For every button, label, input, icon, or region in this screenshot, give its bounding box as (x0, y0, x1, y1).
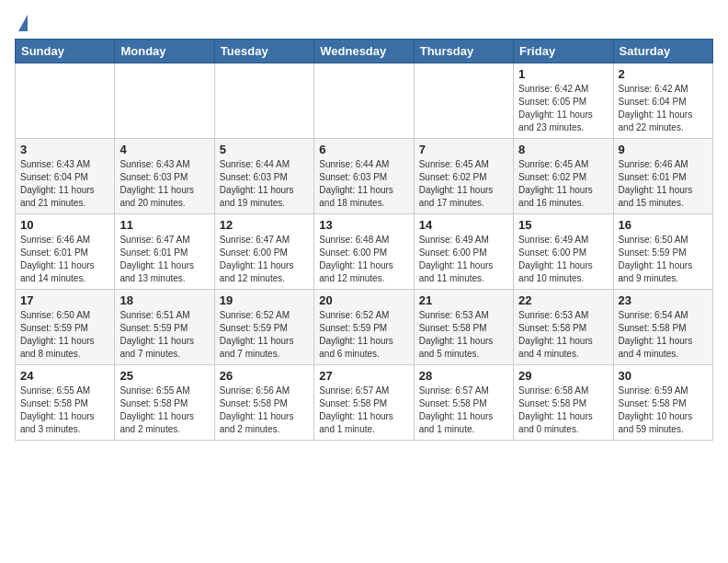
day-number: 6 (319, 143, 408, 156)
day-info: Sunrise: 6:47 AM Sunset: 6:01 PM Dayligh… (119, 234, 209, 285)
day-info: Sunrise: 6:43 AM Sunset: 6:04 PM Dayligh… (20, 158, 109, 210)
day-number: 23 (619, 293, 708, 307)
day-info: Sunrise: 6:49 AM Sunset: 6:00 PM Dayligh… (518, 234, 608, 285)
calendar-table: SundayMondayTuesdayWednesdayThursdayFrid… (15, 39, 713, 441)
day-number: 20 (319, 293, 408, 307)
day-info: Sunrise: 6:45 AM Sunset: 6:02 PM Dayligh… (518, 158, 608, 210)
day-number: 27 (319, 369, 408, 383)
day-number: 11 (119, 218, 209, 232)
calendar-cell: 19Sunrise: 6:52 AM Sunset: 5:59 PM Dayli… (214, 290, 313, 365)
day-info: Sunrise: 6:56 AM Sunset: 5:58 PM Dayligh… (220, 385, 309, 436)
day-info: Sunrise: 6:47 AM Sunset: 6:00 PM Dayligh… (220, 234, 309, 285)
day-info: Sunrise: 6:52 AM Sunset: 5:59 PM Dayligh… (220, 309, 309, 361)
day-info: Sunrise: 6:54 AM Sunset: 5:58 PM Dayligh… (619, 309, 708, 361)
day-number: 29 (518, 369, 608, 383)
day-number: 18 (119, 293, 209, 307)
calendar-cell (314, 63, 414, 139)
logo-triangle-icon (18, 15, 28, 31)
column-header-friday: Friday (514, 40, 613, 63)
day-number: 21 (419, 293, 508, 307)
calendar-cell: 3Sunrise: 6:43 AM Sunset: 6:04 PM Daylig… (16, 139, 115, 214)
calendar-week-row: 24Sunrise: 6:55 AM Sunset: 5:58 PM Dayli… (16, 365, 713, 441)
day-number: 4 (119, 143, 209, 156)
calendar-header-row: SundayMondayTuesdayWednesdayThursdayFrid… (16, 40, 713, 63)
calendar-cell: 13Sunrise: 6:48 AM Sunset: 6:00 PM Dayli… (314, 214, 414, 290)
day-number: 28 (419, 369, 508, 383)
column-header-thursday: Thursday (414, 40, 513, 63)
day-info: Sunrise: 6:42 AM Sunset: 6:04 PM Dayligh… (619, 83, 708, 134)
calendar-cell (214, 63, 313, 139)
day-info: Sunrise: 6:43 AM Sunset: 6:03 PM Dayligh… (119, 158, 209, 210)
day-info: Sunrise: 6:44 AM Sunset: 6:03 PM Dayligh… (220, 158, 309, 210)
calendar-cell (414, 63, 513, 139)
calendar-cell: 1Sunrise: 6:42 AM Sunset: 6:05 PM Daylig… (514, 63, 613, 139)
day-number: 13 (319, 218, 408, 232)
day-info: Sunrise: 6:46 AM Sunset: 6:01 PM Dayligh… (619, 158, 708, 210)
calendar-cell: 21Sunrise: 6:53 AM Sunset: 5:58 PM Dayli… (414, 290, 513, 365)
calendar-cell: 23Sunrise: 6:54 AM Sunset: 5:58 PM Dayli… (613, 290, 712, 365)
day-number: 26 (220, 369, 309, 383)
calendar-cell: 2Sunrise: 6:42 AM Sunset: 6:04 PM Daylig… (613, 63, 712, 139)
day-info: Sunrise: 6:59 AM Sunset: 5:58 PM Dayligh… (619, 385, 708, 436)
day-info: Sunrise: 6:49 AM Sunset: 6:00 PM Dayligh… (419, 234, 508, 285)
day-number: 30 (619, 369, 708, 383)
day-number: 15 (518, 218, 608, 232)
calendar-week-row: 10Sunrise: 6:46 AM Sunset: 6:01 PM Dayli… (16, 214, 713, 290)
column-header-wednesday: Wednesday (314, 40, 414, 63)
calendar-cell: 12Sunrise: 6:47 AM Sunset: 6:00 PM Dayli… (214, 214, 313, 290)
calendar-cell: 4Sunrise: 6:43 AM Sunset: 6:03 PM Daylig… (115, 139, 214, 214)
calendar-cell: 22Sunrise: 6:53 AM Sunset: 5:58 PM Dayli… (514, 290, 613, 365)
day-info: Sunrise: 6:52 AM Sunset: 5:59 PM Dayligh… (319, 309, 408, 361)
calendar-cell: 16Sunrise: 6:50 AM Sunset: 5:59 PM Dayli… (613, 214, 712, 290)
day-number: 3 (20, 143, 109, 156)
day-number: 10 (20, 218, 109, 232)
day-info: Sunrise: 6:58 AM Sunset: 5:58 PM Dayligh… (518, 385, 608, 436)
day-info: Sunrise: 6:46 AM Sunset: 6:01 PM Dayligh… (20, 234, 109, 285)
calendar-cell: 26Sunrise: 6:56 AM Sunset: 5:58 PM Dayli… (214, 365, 313, 441)
day-number: 16 (619, 218, 708, 232)
day-info: Sunrise: 6:50 AM Sunset: 5:59 PM Dayligh… (20, 309, 109, 361)
day-info: Sunrise: 6:42 AM Sunset: 6:05 PM Dayligh… (518, 83, 608, 134)
calendar-cell: 25Sunrise: 6:55 AM Sunset: 5:58 PM Dayli… (115, 365, 214, 441)
calendar-cell: 20Sunrise: 6:52 AM Sunset: 5:59 PM Dayli… (314, 290, 414, 365)
day-number: 12 (220, 218, 309, 232)
calendar-cell: 28Sunrise: 6:57 AM Sunset: 5:58 PM Dayli… (414, 365, 513, 441)
day-number: 19 (220, 293, 309, 307)
calendar-cell: 17Sunrise: 6:50 AM Sunset: 5:59 PM Dayli… (16, 290, 115, 365)
day-number: 2 (619, 67, 708, 81)
page-header (15, 15, 713, 31)
day-info: Sunrise: 6:55 AM Sunset: 5:58 PM Dayligh… (119, 385, 209, 436)
calendar-cell: 10Sunrise: 6:46 AM Sunset: 6:01 PM Dayli… (16, 214, 115, 290)
calendar-week-row: 1Sunrise: 6:42 AM Sunset: 6:05 PM Daylig… (16, 63, 713, 139)
column-header-saturday: Saturday (613, 40, 712, 63)
day-info: Sunrise: 6:53 AM Sunset: 5:58 PM Dayligh… (518, 309, 608, 361)
day-number: 22 (518, 293, 608, 307)
day-number: 24 (20, 369, 109, 383)
day-info: Sunrise: 6:57 AM Sunset: 5:58 PM Dayligh… (419, 385, 508, 436)
calendar-cell: 9Sunrise: 6:46 AM Sunset: 6:01 PM Daylig… (613, 139, 712, 214)
day-number: 1 (518, 67, 608, 81)
calendar-cell (16, 63, 115, 139)
day-number: 14 (419, 218, 508, 232)
calendar-cell: 8Sunrise: 6:45 AM Sunset: 6:02 PM Daylig… (514, 139, 613, 214)
day-info: Sunrise: 6:44 AM Sunset: 6:03 PM Dayligh… (319, 158, 408, 210)
day-info: Sunrise: 6:45 AM Sunset: 6:02 PM Dayligh… (419, 158, 508, 210)
column-header-tuesday: Tuesday (214, 40, 313, 63)
calendar-cell: 14Sunrise: 6:49 AM Sunset: 6:00 PM Dayli… (414, 214, 513, 290)
calendar-cell: 11Sunrise: 6:47 AM Sunset: 6:01 PM Dayli… (115, 214, 214, 290)
calendar-cell: 15Sunrise: 6:49 AM Sunset: 6:00 PM Dayli… (514, 214, 613, 290)
day-number: 9 (619, 143, 708, 156)
day-info: Sunrise: 6:57 AM Sunset: 5:58 PM Dayligh… (319, 385, 408, 436)
day-info: Sunrise: 6:55 AM Sunset: 5:58 PM Dayligh… (20, 385, 109, 436)
day-info: Sunrise: 6:50 AM Sunset: 5:59 PM Dayligh… (619, 234, 708, 285)
day-number: 8 (518, 143, 608, 156)
calendar-cell: 6Sunrise: 6:44 AM Sunset: 6:03 PM Daylig… (314, 139, 414, 214)
day-info: Sunrise: 6:53 AM Sunset: 5:58 PM Dayligh… (419, 309, 508, 361)
calendar-cell: 30Sunrise: 6:59 AM Sunset: 5:58 PM Dayli… (613, 365, 712, 441)
calendar-cell: 18Sunrise: 6:51 AM Sunset: 5:59 PM Dayli… (115, 290, 214, 365)
day-info: Sunrise: 6:51 AM Sunset: 5:59 PM Dayligh… (119, 309, 209, 361)
calendar-cell (115, 63, 214, 139)
day-number: 25 (119, 369, 209, 383)
calendar-cell: 5Sunrise: 6:44 AM Sunset: 6:03 PM Daylig… (214, 139, 313, 214)
day-number: 7 (419, 143, 508, 156)
